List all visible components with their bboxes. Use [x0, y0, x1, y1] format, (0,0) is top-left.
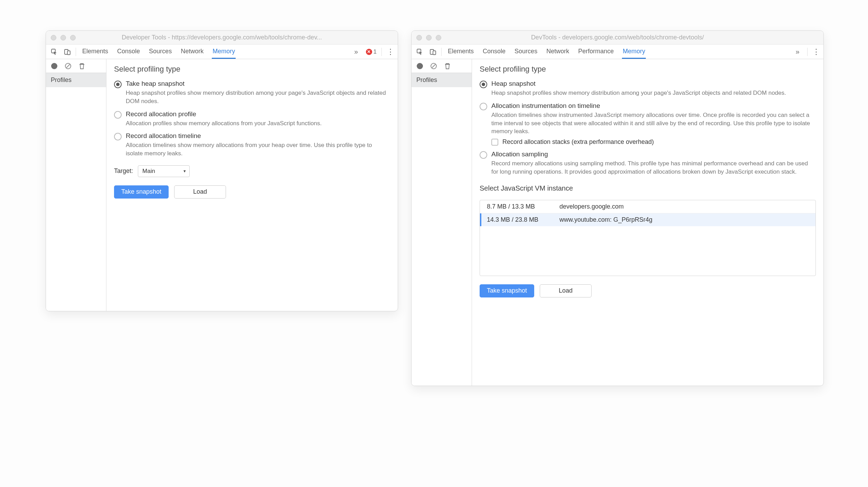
radio-icon[interactable]	[480, 151, 487, 159]
tab-network[interactable]: Network	[546, 45, 570, 59]
button-row: Take snapshot Load	[114, 185, 390, 199]
devtools-tab-bar: Elements Console Sources Network Perform…	[412, 45, 823, 59]
take-snapshot-button[interactable]: Take snapshot	[480, 284, 534, 297]
clear-icon[interactable]	[430, 63, 437, 70]
radio-icon[interactable]	[480, 81, 487, 88]
option-title: Allocation instrumentation on timeline	[491, 102, 816, 110]
tab-sources[interactable]: Sources	[514, 45, 538, 59]
tab-performance[interactable]: Performance	[577, 45, 614, 59]
profiles-sidebar: Profiles	[46, 59, 106, 311]
svg-line-9	[432, 64, 435, 68]
sidebar-toolbar	[46, 59, 106, 73]
radio-icon[interactable]	[114, 111, 122, 119]
tab-memory[interactable]: Memory	[622, 45, 646, 59]
title-bar: Developer Tools - https://developers.goo…	[46, 31, 398, 45]
checkbox-label: Record allocation stacks (extra performa…	[502, 138, 654, 146]
svg-rect-2	[67, 51, 70, 55]
traffic-lights	[416, 35, 441, 40]
target-select[interactable]: Main	[138, 165, 190, 177]
option-desc: Allocation timelines show memory allocat…	[126, 141, 390, 158]
option-allocation-timeline[interactable]: Record allocation timeline Allocation ti…	[114, 132, 390, 158]
record-allocation-stacks-checkbox[interactable]: Record allocation stacks (extra performa…	[491, 138, 816, 146]
tab-network[interactable]: Network	[180, 45, 204, 59]
option-body: Allocation instrumentation on timeline A…	[491, 102, 816, 136]
load-button[interactable]: Load	[174, 185, 226, 199]
divider	[441, 48, 442, 56]
vm-row[interactable]: 8.7 MB / 13.3 MB developers.google.com	[480, 200, 815, 213]
option-desc: Allocation profiles show memory allocati…	[126, 119, 390, 128]
option-allocation-timeline[interactable]: Allocation instrumentation on timeline A…	[480, 102, 816, 136]
traffic-minimize-icon[interactable]	[426, 35, 432, 40]
clear-icon[interactable]	[65, 63, 72, 70]
traffic-zoom-icon[interactable]	[436, 35, 441, 40]
device-toolbar-icon[interactable]	[63, 47, 72, 57]
option-body: Take heap snapshot Heap snapshot profile…	[126, 80, 390, 105]
error-icon: ✕	[366, 49, 372, 55]
option-heap-snapshot[interactable]: Heap snapshot Heap snapshot profiles sho…	[480, 80, 816, 97]
settings-menu-icon[interactable]: ⋮	[387, 47, 394, 56]
vm-memory: 8.7 MB / 13.3 MB	[487, 203, 559, 210]
option-body: Record allocation profile Allocation pro…	[126, 110, 390, 128]
vm-heading: Select JavaScript VM instance	[480, 184, 816, 192]
profiles-sidebar: Profiles	[412, 59, 472, 386]
inspect-element-icon[interactable]	[49, 47, 59, 57]
target-value: Main	[142, 168, 155, 175]
more-tabs-icon[interactable]: »	[793, 47, 802, 57]
traffic-close-icon[interactable]	[51, 35, 56, 40]
tab-memory[interactable]: Memory	[212, 45, 236, 59]
load-button[interactable]: Load	[540, 284, 592, 297]
traffic-minimize-icon[interactable]	[60, 35, 66, 40]
sidebar-item-profiles[interactable]: Profiles	[46, 73, 106, 87]
profiling-heading: Select profiling type	[114, 65, 390, 74]
tab-console[interactable]: Console	[482, 45, 506, 59]
option-title: Take heap snapshot	[126, 80, 390, 88]
traffic-close-icon[interactable]	[416, 35, 422, 40]
more-tabs-icon[interactable]: »	[351, 47, 361, 57]
panel-tabs: Elements Console Sources Network Memory	[82, 45, 236, 59]
option-allocation-timeline-group: Allocation instrumentation on timeline A…	[480, 102, 816, 146]
option-desc: Record memory allocations using sampling…	[491, 159, 816, 176]
tab-elements[interactable]: Elements	[447, 45, 474, 59]
option-desc: Allocation timelines show instrumented J…	[491, 111, 816, 136]
devtools-window-left: Developer Tools - https://developers.goo…	[46, 30, 398, 311]
window-title: Developer Tools - https://developers.goo…	[46, 34, 398, 41]
checkbox-icon[interactable]	[491, 139, 498, 146]
device-toolbar-icon[interactable]	[428, 47, 438, 57]
tab-elements[interactable]: Elements	[82, 45, 109, 59]
option-title: Record allocation timeline	[126, 132, 390, 140]
memory-content: Select profiling type Heap snapshot Heap…	[472, 59, 823, 386]
record-icon[interactable]	[51, 63, 58, 70]
settings-menu-icon[interactable]: ⋮	[812, 47, 820, 56]
option-desc: Heap snapshot profiles show memory distr…	[491, 89, 816, 97]
button-row: Take snapshot Load	[480, 284, 816, 297]
radio-icon[interactable]	[114, 133, 122, 140]
vm-row[interactable]: 14.3 MB / 23.8 MB www.youtube.com: G_P6r…	[480, 213, 815, 226]
radio-icon[interactable]	[114, 81, 122, 88]
option-allocation-sampling[interactable]: Allocation sampling Record memory alloca…	[480, 150, 816, 176]
traffic-zoom-icon[interactable]	[70, 35, 76, 40]
divider	[381, 48, 382, 56]
title-bar: DevTools - developers.google.com/web/too…	[412, 31, 823, 45]
error-badge[interactable]: ✕ 1	[366, 48, 377, 55]
divider	[76, 48, 76, 56]
traffic-lights	[51, 35, 76, 40]
svg-rect-7	[433, 51, 436, 55]
memory-content: Select profiling type Take heap snapshot…	[106, 59, 398, 311]
option-allocation-profile[interactable]: Record allocation profile Allocation pro…	[114, 110, 390, 128]
sidebar-item-profiles[interactable]: Profiles	[412, 73, 472, 87]
record-icon[interactable]	[416, 63, 423, 70]
delete-icon[interactable]	[444, 63, 451, 70]
take-snapshot-button[interactable]: Take snapshot	[114, 185, 169, 199]
vm-instance-table: 8.7 MB / 13.3 MB developers.google.com 1…	[480, 200, 816, 276]
devtools-tab-bar: Elements Console Sources Network Memory …	[46, 45, 398, 59]
target-row: Target: Main	[114, 165, 390, 177]
inspect-element-icon[interactable]	[415, 47, 425, 57]
tab-console[interactable]: Console	[116, 45, 141, 59]
tab-sources[interactable]: Sources	[148, 45, 172, 59]
option-heap-snapshot[interactable]: Take heap snapshot Heap snapshot profile…	[114, 80, 390, 105]
vm-host: developers.google.com	[559, 203, 809, 210]
delete-icon[interactable]	[78, 63, 85, 70]
option-desc: Heap snapshot profiles show memory distr…	[126, 89, 390, 105]
radio-icon[interactable]	[480, 103, 487, 110]
option-title: Heap snapshot	[491, 80, 816, 88]
